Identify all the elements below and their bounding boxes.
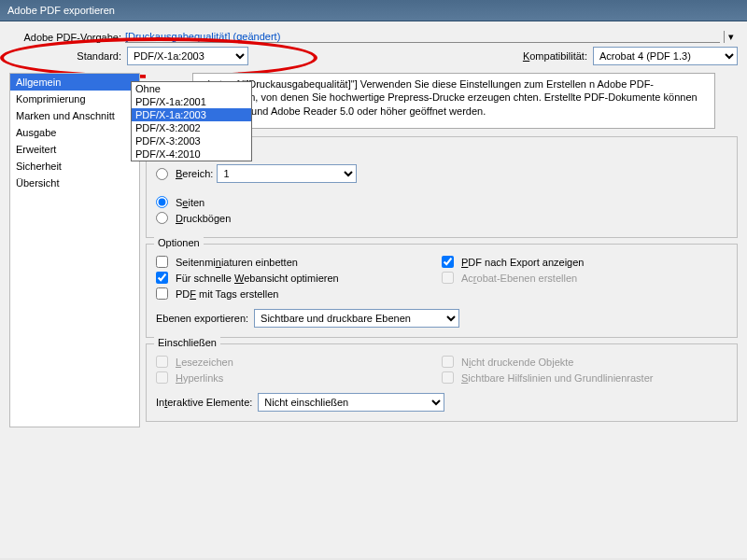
check-thumbnails-label: Seitenminiaturen einbetten <box>176 257 298 268</box>
dd-item-x32002[interactable]: PDF/X-3:2002 <box>132 121 251 134</box>
options-cols: Seitenminiaturen einbetten Für schnelle … <box>156 252 727 303</box>
sidebar-item-uebersicht[interactable]: Übersicht <box>10 175 139 191</box>
standard-dropdown-popup: Ohne PDF/X-1a:2001 PDF/X-1a:2003 PDF/X-3… <box>131 81 252 161</box>
radio-spreads-row: Druckbögen <box>156 212 727 224</box>
check-viewafter[interactable] <box>442 256 454 268</box>
dd-item-ohne[interactable]: Ohne <box>132 82 251 95</box>
sidebar-item-allgemein[interactable]: Allgemein <box>10 74 139 91</box>
include-title: Einschließen <box>154 337 220 348</box>
description-box: asiert auf "[Druckausgabequalität]"] Ver… <box>192 73 715 129</box>
standard-select[interactable]: PDF/X-1a:2003 <box>127 47 248 65</box>
check-nonprinting-label: Nicht druckende Objekte <box>461 357 573 368</box>
standard-compat-row: Standard: PDF/X-1a:2003 Kompatibilität: … <box>9 47 738 65</box>
dd-item-x1a2001[interactable]: PDF/X-1a:2001 <box>132 95 251 108</box>
main-area: Allgemein Komprimierung Marken und Ansch… <box>9 73 738 427</box>
radio-range[interactable] <box>156 168 168 180</box>
dd-item-x1a2003[interactable]: PDF/X-1a:2003 <box>132 108 251 121</box>
include-section: Einschließen Lesezeichen Hyperlinks Nich… <box>146 343 738 422</box>
dd-item-x42010[interactable]: PDF/X-4:2010 <box>132 147 251 161</box>
standard-group: Standard: PDF/X-1a:2003 <box>9 47 248 65</box>
sidebar-item-sicherheit[interactable]: Sicherheit <box>10 158 139 175</box>
radio-pages-row: Seiten <box>156 196 727 208</box>
radio-pages[interactable] <box>156 196 168 208</box>
interactive-row: Interaktive Elemente: Nicht einschließen <box>156 393 727 412</box>
radio-pages-label: Seiten <box>176 197 204 208</box>
export-layers-label: Ebenen exportieren: <box>156 313 248 324</box>
check-guides-label: Sichtbare Hilfslinien und Grundlinienras… <box>461 372 653 384</box>
preset-select[interactable]: [Druckausgabequalität] (geändert) <box>125 31 720 43</box>
window-titlebar: Adobe PDF exportieren <box>0 0 747 21</box>
check-tagged[interactable] <box>156 287 168 300</box>
check-tagged-label: PDF mit Tags erstellen <box>176 288 278 300</box>
interactive-label: Interaktive Elemente: <box>156 397 252 408</box>
interactive-select[interactable]: Nicht einschließen <box>258 393 444 412</box>
include-cols: Lesezeichen Hyperlinks Nicht druckende O… <box>156 352 727 387</box>
range-select[interactable]: 1 <box>217 164 357 183</box>
dd-item-x32003[interactable]: PDF/X-3:2003 <box>132 134 251 147</box>
check-viewafter-label: PDF nach Export anzeigen <box>461 257 584 268</box>
radio-range-row: Bereich: 1 <box>156 164 727 183</box>
check-fastweb-label: Für schnelle Webansicht optimieren <box>176 273 339 284</box>
check-nonprinting <box>442 356 454 368</box>
sidebar-item-ausgabe[interactable]: Ausgabe <box>10 124 139 141</box>
preset-label: Adobe PDF-Vorgabe: <box>9 32 121 43</box>
preset-row: Adobe PDF-Vorgabe: [Druckausgabequalität… <box>9 31 738 43</box>
sidebar: Allgemein Komprimierung Marken und Ansch… <box>9 73 140 427</box>
sidebar-item-marken[interactable]: Marken und Anschnitt <box>10 107 139 124</box>
compat-label: Kompatibilität: <box>523 50 587 62</box>
check-bookmarks-label: Lesezeichen <box>176 357 233 368</box>
check-thumbnails[interactable] <box>156 256 168 268</box>
compat-group: Kompatibilität: Acrobat 4 (PDF 1.3) <box>523 47 738 65</box>
options-title: Optionen <box>154 237 204 248</box>
check-acrolayers <box>442 272 454 284</box>
sidebar-item-komprimierung[interactable]: Komprimierung <box>10 91 139 107</box>
sidebar-item-erweitert[interactable]: Erweitert <box>10 141 139 158</box>
window-title: Adobe PDF exportieren <box>7 5 115 16</box>
radio-spreads[interactable] <box>156 212 168 224</box>
compat-select[interactable]: Acrobat 4 (PDF 1.3) <box>593 47 738 65</box>
radio-range-label: Bereich: <box>176 168 213 179</box>
check-hyperlinks-label: Hyperlinks <box>176 372 223 384</box>
check-hyperlinks <box>156 371 168 384</box>
radio-spreads-label: Druckbögen <box>176 213 231 224</box>
check-fastweb[interactable] <box>156 272 168 284</box>
check-acrolayers-label: Acrobat-Ebenen erstellen <box>461 273 577 284</box>
dialog-body: Adobe PDF-Vorgabe: [Druckausgabequalität… <box>0 21 747 558</box>
standard-label: Standard: <box>9 50 121 62</box>
export-layers-select[interactable]: Sichtbare und druckbare Ebenen <box>254 309 459 328</box>
check-guides <box>442 371 454 384</box>
check-bookmarks <box>156 356 168 368</box>
options-section: Optionen Seitenminiaturen einbetten Für … <box>146 244 738 338</box>
export-layers-row: Ebenen exportieren: Sichtbare und druckb… <box>156 309 727 328</box>
chevron-down-icon[interactable]: ▾ <box>724 31 738 43</box>
